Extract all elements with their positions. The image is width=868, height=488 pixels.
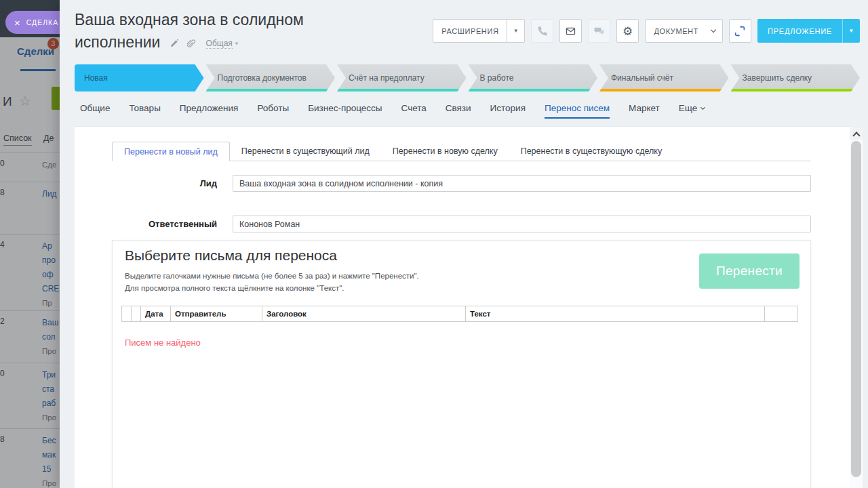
- chevron-down-icon: ▾: [235, 40, 239, 47]
- edit-pencil-icon[interactable]: [170, 39, 178, 48]
- chat-button[interactable]: [588, 19, 610, 43]
- row-number-fragment: 0: [0, 369, 5, 378]
- row-subtext-fragment: Про: [42, 411, 60, 425]
- stage-label: Новая: [84, 64, 108, 92]
- deal-link-fragment[interactable]: 15: [42, 462, 60, 476]
- tab-history[interactable]: История: [490, 95, 526, 121]
- tab-robots[interactable]: Роботы: [257, 95, 289, 121]
- stage-close-deal[interactable]: Завершить сделку: [731, 64, 861, 92]
- deal-link-fragment[interactable]: Ваш: [42, 316, 60, 330]
- lead-field-input[interactable]: [233, 175, 811, 192]
- deal-link-fragment[interactable]: Три: [42, 368, 60, 382]
- stage-prepayment-invoice[interactable]: Счёт на предоплату: [337, 64, 467, 92]
- deal-link-fragment[interactable]: ста: [42, 382, 60, 396]
- tab-label: Еще: [679, 103, 697, 113]
- responsible-field-input[interactable]: [233, 216, 811, 232]
- row-subtext-fragment: Про: [42, 344, 60, 359]
- tab-label: Маркет: [629, 103, 660, 113]
- stage-final-invoice[interactable]: Финальный счёт: [599, 64, 729, 92]
- extensions-label: РАСШИРЕНИЯ: [433, 27, 507, 35]
- email-button[interactable]: [559, 19, 582, 43]
- tabs-row: ОбщиеТоварыПредложенияРоботыБизнес-проце…: [80, 95, 705, 121]
- extensions-button[interactable]: РАСШИРЕНИЯ ▼: [433, 19, 525, 43]
- sync-button[interactable]: [729, 19, 751, 43]
- page-title: Ваша входная зона в солидном исполнении …: [75, 9, 346, 54]
- tab-label: Товары: [129, 103, 160, 113]
- link-icon[interactable]: [187, 39, 196, 48]
- column-header-4: Отправитель: [171, 306, 262, 321]
- deal-link-fragment[interactable]: CRE: [42, 282, 60, 296]
- favorite-star-icon[interactable]: ☆: [19, 93, 31, 109]
- tab-products[interactable]: Товары: [129, 95, 160, 121]
- tab-invoices[interactable]: Счета: [401, 95, 427, 121]
- deal-link-fragment[interactable]: Бес: [42, 434, 60, 448]
- tab-market[interactable]: Маркет: [629, 95, 660, 121]
- document-button[interactable]: ДОКУМЕНТ: [645, 19, 723, 43]
- subtab-existing-lead[interactable]: Перенести в существующий лид: [230, 142, 381, 161]
- row-text-lines: Лид: [42, 187, 60, 201]
- deal-link-fragment[interactable]: сол: [42, 330, 60, 344]
- deals-count-badge: 3: [47, 38, 59, 49]
- view-tab-list[interactable]: Список: [3, 134, 32, 146]
- scroll-up-button[interactable]: [850, 127, 863, 140]
- tab-quotes[interactable]: Предложения: [180, 95, 239, 121]
- deal-link-fragment[interactable]: мак: [42, 448, 60, 462]
- stage-in-progress[interactable]: В работе: [469, 64, 598, 92]
- stage-new[interactable]: Новая: [75, 64, 204, 92]
- deal-link-fragment[interactable]: Лид: [42, 187, 60, 201]
- gear-icon: ⚙: [623, 24, 633, 38]
- chat-icon: [593, 26, 605, 37]
- deal-link-fragment[interactable]: раб: [42, 396, 60, 411]
- scrollbar[interactable]: [850, 127, 863, 488]
- tab-business-processes[interactable]: Бизнес-процессы: [308, 95, 382, 121]
- deal-slider-tab[interactable]: × СДЕЛКА: [5, 11, 60, 34]
- subtab-new-lead[interactable]: Перенести в новый лид: [112, 142, 230, 161]
- tab-links[interactable]: Связи: [446, 95, 471, 121]
- call-button[interactable]: [531, 19, 553, 43]
- row-number-fragment: 2: [0, 317, 5, 326]
- subtabs-row: Перенести в новый лидПеренести в существ…: [112, 142, 811, 161]
- stage-status-underline: [731, 89, 855, 92]
- proposal-dropdown[interactable]: ▼: [842, 19, 860, 43]
- stage-label: Счёт на предоплату: [349, 64, 425, 92]
- list-item: 2ВашсолПро: [0, 310, 60, 363]
- document-label: ДОКУМЕНТ: [646, 27, 707, 35]
- stage-status-underline: [469, 89, 593, 92]
- proposal-button[interactable]: ПРЕДЛОЖЕНИЕ ▼: [757, 19, 860, 43]
- toolbar: РАСШИРЕНИЯ ▼ ⚙ ДОКУМЕНТ ПРЕД: [433, 19, 860, 43]
- nav-active-underline: [20, 69, 56, 71]
- settings-button[interactable]: ⚙: [616, 19, 639, 43]
- tab-more[interactable]: Еще: [679, 95, 705, 121]
- proposal-label: ПРЕДЛОЖЕНИЕ: [757, 27, 842, 35]
- list-item: 8Бесмак15Про: [0, 428, 60, 488]
- tab-label: Бизнес-процессы: [308, 103, 382, 113]
- stage-bar: НоваяПодготовка документовСчёт на предоп…: [75, 64, 860, 92]
- close-icon[interactable]: ×: [14, 18, 21, 28]
- tab-general[interactable]: Общие: [80, 95, 110, 121]
- row-text-lines: АрпроофCREПр: [42, 239, 60, 310]
- row-number-fragment: 8: [0, 434, 5, 444]
- stage-label: В работе: [480, 64, 514, 92]
- list-item: 8Лид: [0, 182, 60, 234]
- extensions-dropdown[interactable]: ▼: [507, 20, 524, 42]
- row-subtext-fragment: Сде: [42, 158, 60, 172]
- deal-link-fragment[interactable]: оф: [42, 268, 60, 282]
- list-item: 4АрпроофCREПр: [0, 234, 60, 310]
- list-item: 0Сде: [0, 152, 60, 182]
- stage-label: Завершить сделку: [743, 64, 812, 92]
- view-tab-next[interactable]: Де: [43, 134, 54, 143]
- category-selector[interactable]: Общая: [206, 39, 233, 49]
- tab-mail-transfer[interactable]: Перенос писем: [545, 95, 610, 121]
- subtab-new-deal[interactable]: Перенести в новую сделку: [381, 142, 509, 161]
- add-button-fragment[interactable]: [52, 87, 60, 110]
- deal-link-fragment[interactable]: про: [42, 253, 60, 268]
- stage-docs-preparation[interactable]: Подготовка документов: [206, 64, 336, 92]
- transfer-button[interactable]: Перенести: [699, 253, 800, 289]
- tab-label: История: [490, 103, 526, 113]
- column-header-empty: [765, 306, 797, 321]
- stage-label: Финальный счёт: [611, 64, 673, 92]
- deal-link-fragment[interactable]: Ар: [42, 239, 60, 253]
- deal-slider-tab-label: СДЕЛКА: [26, 18, 58, 26]
- subtab-existing-deal[interactable]: Перенести в существующую сделку: [509, 142, 674, 161]
- scrollbar-thumb[interactable]: [851, 141, 861, 477]
